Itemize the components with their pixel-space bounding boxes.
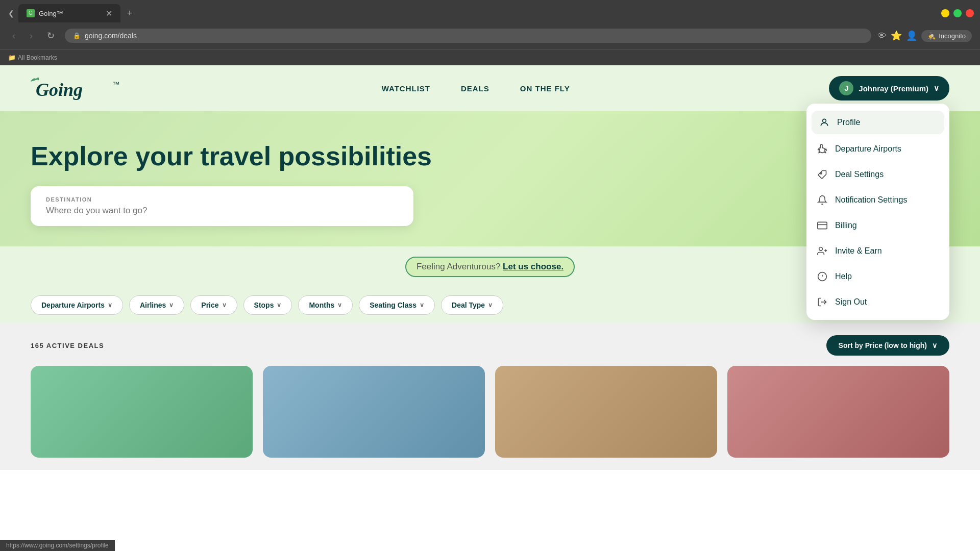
person-plus-icon: [817, 245, 828, 257]
filter-months-label: Months: [309, 301, 334, 309]
dropdown-item-sign-out[interactable]: Sign Out: [806, 289, 949, 315]
filter-airlines[interactable]: Airlines ∨: [129, 295, 184, 315]
incognito-button[interactable]: 🕵 Incognito: [921, 30, 972, 42]
window-close-button[interactable]: ✕: [966, 9, 974, 17]
svg-point-2: [823, 119, 826, 122]
filter-airlines-chevron: ∨: [169, 302, 174, 309]
search-bar: DESTINATION: [31, 186, 413, 226]
svg-rect-4: [818, 222, 827, 229]
browser-tab-active[interactable]: G Going™ ✕: [18, 4, 120, 22]
browser-nav: ‹ › ↻ 🔒 going.com/deals 👁 ⭐ 👤 🕵 Incognit…: [0, 22, 980, 49]
deals-section: 165 ACTIVE DEALS Sort by Price (low to h…: [0, 323, 980, 470]
bookmarks-bar: 📁 All Bookmarks: [0, 49, 980, 65]
bookmarks-icon: 📁: [8, 54, 16, 61]
dropdown-notification-settings-label: Notification Settings: [835, 195, 907, 205]
nav-watchlist[interactable]: WATCHLIST: [382, 84, 430, 93]
bookmarks-label: All Bookmarks: [18, 54, 57, 61]
dropdown-item-billing[interactable]: Billing: [806, 213, 949, 238]
filter-seating-class[interactable]: Seating Class ∨: [359, 295, 435, 315]
forward-button[interactable]: ›: [26, 29, 37, 43]
nav-on-the-fly[interactable]: ON THE FLY: [520, 84, 570, 93]
dropdown-item-invite-earn[interactable]: Invite & Earn: [806, 238, 949, 264]
search-label: DESTINATION: [46, 196, 398, 203]
filter-seating-class-label: Seating Class: [370, 301, 416, 309]
filter-price[interactable]: Price ∨: [190, 295, 237, 315]
site-navigation: WATCHLIST DEALS ON THE FLY: [382, 84, 570, 93]
deals-header: 165 ACTIVE DEALS Sort by Price (low to h…: [31, 335, 949, 356]
deal-card[interactable]: [495, 366, 717, 458]
filter-departure-airports[interactable]: Departure Airports ∨: [31, 295, 123, 315]
tag-icon: [817, 169, 828, 180]
destination-input[interactable]: [46, 206, 398, 216]
dropdown-item-notification-settings[interactable]: Notification Settings: [806, 187, 949, 213]
dropdown-sign-out-label: Sign Out: [835, 297, 867, 307]
dropdown-item-deal-settings[interactable]: Deal Settings: [806, 162, 949, 187]
hero-title: Explore your travel possibilities: [31, 142, 490, 171]
bell-icon: [817, 194, 828, 206]
deal-card[interactable]: [31, 366, 253, 458]
browser-nav-actions: 👁 ⭐ 👤 🕵 Incognito: [877, 30, 972, 42]
deals-count: 165 ACTIVE DEALS: [31, 342, 104, 349]
tab-favicon: G: [27, 9, 35, 17]
tab-close-button[interactable]: ✕: [106, 9, 112, 18]
dropdown-item-departure-airports[interactable]: Departure Airports: [806, 136, 949, 162]
filter-price-label: Price: [201, 301, 218, 309]
plane-icon: [817, 143, 828, 155]
eye-slash-icon: 👁: [877, 31, 887, 41]
sort-button[interactable]: Sort by Price (low to high) ∨: [826, 335, 949, 356]
card-icon: [817, 220, 828, 231]
sort-chevron-icon: ∨: [932, 341, 937, 349]
dropdown-invite-earn-label: Invite & Earn: [835, 246, 882, 256]
address-bar[interactable]: 🔒 going.com/deals: [65, 29, 871, 43]
dropdown-profile-label: Profile: [837, 118, 860, 127]
window-minimize-button[interactable]: —: [941, 9, 949, 17]
filter-airlines-label: Airlines: [140, 301, 166, 309]
deal-card[interactable]: [727, 366, 949, 458]
filter-deal-type-label: Deal Type: [452, 301, 485, 309]
bookmark-icon[interactable]: ⭐: [891, 30, 902, 41]
window-controls: — □ ✕: [941, 9, 974, 17]
filter-seating-class-chevron: ∨: [420, 302, 424, 309]
filter-months-chevron: ∨: [337, 302, 342, 309]
dropdown-item-profile[interactable]: Profile: [812, 111, 944, 134]
svg-text:Going: Going: [36, 80, 83, 100]
user-name: Johnray (Premium): [859, 84, 928, 93]
window-maximize-button[interactable]: □: [953, 9, 962, 17]
svg-point-6: [819, 247, 823, 251]
logo-svg: Going ™: [31, 76, 122, 101]
dropdown-departure-airports-label: Departure Airports: [835, 144, 901, 154]
refresh-button[interactable]: ↻: [43, 28, 59, 43]
dropdown-item-help[interactable]: Help: [806, 264, 949, 289]
person-icon: [819, 117, 830, 128]
filter-stops-label: Stops: [254, 301, 274, 309]
back-button[interactable]: ‹: [8, 29, 19, 43]
lock-icon: 🔒: [73, 32, 81, 39]
info-icon: [817, 271, 828, 282]
filter-departure-airports-label: Departure Airports: [41, 301, 105, 309]
user-menu-button[interactable]: J Johnray (Premium) ∨: [829, 76, 949, 101]
status-bar: https://www.going.com/settings/profile: [0, 540, 115, 551]
status-url: https://www.going.com/settings/profile: [6, 542, 109, 549]
incognito-icon: 🕵: [927, 32, 936, 40]
filter-months[interactable]: Months ∨: [298, 295, 353, 315]
filter-deal-type[interactable]: Deal Type ∨: [441, 295, 503, 315]
profile-icon[interactable]: 👤: [906, 30, 917, 41]
site-logo: Going ™: [31, 76, 122, 101]
dropdown-help-label: Help: [835, 272, 852, 281]
deals-grid: [31, 366, 949, 458]
svg-text:™: ™: [112, 80, 119, 88]
filter-departure-airports-chevron: ∨: [108, 302, 112, 309]
adventure-link[interactable]: Let us choose.: [503, 262, 564, 271]
filter-stops-chevron: ∨: [277, 302, 281, 309]
adventure-text: Feeling Adventurous?: [416, 262, 500, 271]
browser-frame: ❮ G Going™ ✕ + — □ ✕ ‹ › ↻ 🔒 going.com/d…: [0, 0, 980, 65]
nav-deals[interactable]: DEALS: [461, 84, 489, 93]
url-text: going.com/deals: [85, 32, 137, 40]
filter-price-chevron: ∨: [222, 302, 227, 309]
new-tab-button[interactable]: +: [122, 6, 137, 20]
tab-scroll-button[interactable]: ❮: [6, 7, 16, 19]
sign-out-icon: [817, 296, 828, 308]
adventure-badge: Feeling Adventurous? Let us choose.: [405, 257, 575, 277]
filter-stops[interactable]: Stops ∨: [243, 295, 292, 315]
deal-card[interactable]: [263, 366, 485, 458]
